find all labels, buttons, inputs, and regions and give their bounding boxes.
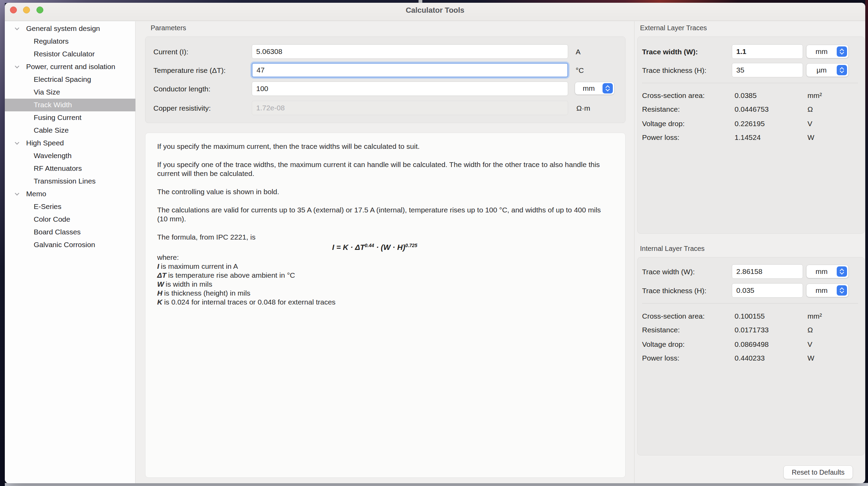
where-term-k: Kis 0.024 for internal traces or 0.048 f… bbox=[157, 298, 613, 307]
internal-voltage-drop-value: 0.0869498 bbox=[735, 340, 769, 349]
sidebar-item-resistor-calculator[interactable]: Resistor Calculator bbox=[5, 48, 135, 60]
stepper-icon[interactable] bbox=[837, 65, 847, 75]
help-paragraph: The controlling value is shown in bold. bbox=[157, 187, 613, 196]
internal-power-loss-unit: W bbox=[807, 354, 814, 362]
where-term-h: His thickness (height) in mils bbox=[157, 289, 613, 298]
internal-cross-section-unit: mm² bbox=[807, 312, 822, 320]
current-label: Current (I): bbox=[153, 48, 188, 56]
sidebar-item-transmission-lines[interactable]: Transmission Lines bbox=[5, 175, 135, 188]
internal-power-loss-value: 0.440233 bbox=[735, 354, 765, 362]
conductor-length-label: Conductor length: bbox=[153, 85, 210, 93]
stepper-icon[interactable] bbox=[603, 83, 613, 93]
copper-resistivity-input bbox=[252, 101, 568, 115]
temperature-rise-input[interactable] bbox=[252, 63, 568, 77]
conductor-length-unit-select[interactable]: mm bbox=[575, 82, 614, 95]
sidebar-item-wavelength[interactable]: Wavelength bbox=[5, 150, 135, 162]
desktop-background-right bbox=[865, 0, 868, 486]
external-trace-width-unit-select[interactable]: mm bbox=[806, 45, 848, 58]
external-cross-section-value: 0.0385 bbox=[735, 91, 757, 100]
where-term-i: Iis maximum current in A bbox=[157, 262, 613, 271]
internal-cross-section-value: 0.100155 bbox=[735, 312, 765, 320]
chevron-down-icon[interactable] bbox=[15, 26, 19, 30]
current-unit: A bbox=[576, 48, 581, 56]
external-voltage-drop-label: Voltage drop: bbox=[642, 120, 685, 128]
sidebar-item-memo[interactable]: Memo bbox=[5, 188, 135, 200]
stepper-icon[interactable] bbox=[837, 266, 847, 277]
external-voltage-drop-value: 0.226195 bbox=[735, 120, 765, 128]
current-input[interactable] bbox=[252, 44, 568, 59]
help-paragraph: If you specify the maximum current, then… bbox=[157, 142, 613, 151]
calculator-tree: General system design Regulators Resisto… bbox=[5, 21, 135, 483]
help-paragraph: If you specify one of the trace widths, … bbox=[157, 160, 613, 178]
external-power-loss-value: 1.14524 bbox=[735, 133, 761, 142]
internal-voltage-drop-label: Voltage drop: bbox=[642, 340, 685, 349]
sidebar-item-rf-attenuators[interactable]: RF Attenuators bbox=[5, 162, 135, 175]
internal-trace-thickness-unit-select[interactable]: mm bbox=[806, 284, 848, 297]
conductor-length-input[interactable] bbox=[252, 81, 568, 96]
internal-trace-width-label: Trace width (W): bbox=[642, 268, 695, 276]
internal-section-title: Internal Layer Traces bbox=[640, 245, 705, 253]
sidebar-item-track-width[interactable]: Track Width bbox=[5, 99, 135, 111]
where-term-w: Wis width in mils bbox=[157, 280, 613, 289]
stepper-icon[interactable] bbox=[837, 285, 847, 296]
chevron-down-icon[interactable] bbox=[15, 64, 19, 68]
external-trace-thickness-unit-select[interactable]: µm bbox=[806, 64, 848, 77]
chevron-down-icon[interactable] bbox=[15, 191, 19, 196]
stepper-icon[interactable] bbox=[837, 46, 847, 57]
copper-resistivity-label: Copper resistivity: bbox=[153, 104, 211, 112]
sidebar-item-via-size[interactable]: Via Size bbox=[5, 86, 135, 99]
titlebar: Calculator Tools bbox=[5, 3, 865, 21]
external-trace-width-input[interactable] bbox=[732, 44, 803, 59]
internal-trace-thickness-label: Trace thickness (H): bbox=[642, 287, 706, 295]
sidebar-item-galvanic-corrosion[interactable]: Galvanic Corrosion bbox=[5, 239, 135, 251]
panel-divider bbox=[634, 21, 634, 483]
sidebar-item-general-system-design[interactable]: General system design bbox=[5, 22, 135, 35]
sidebar-item-color-code[interactable]: Color Code bbox=[5, 213, 135, 226]
external-trace-width-label: Trace width (W): bbox=[642, 48, 698, 56]
external-power-loss-unit: W bbox=[807, 133, 814, 142]
internal-trace-width-unit-select[interactable]: mm bbox=[806, 265, 848, 278]
internal-power-loss-label: Power loss: bbox=[642, 354, 680, 362]
external-resistance-value: 0.0446753 bbox=[735, 105, 769, 113]
internal-resistance-unit: Ω bbox=[807, 326, 813, 334]
internal-resistance-value: 0.0171733 bbox=[735, 326, 769, 334]
internal-cross-section-label: Cross-section area: bbox=[642, 312, 705, 320]
external-voltage-drop-unit: V bbox=[807, 120, 812, 128]
sidebar-item-fusing-current[interactable]: Fusing Current bbox=[5, 111, 135, 124]
sidebar-item-electrical-spacing[interactable]: Electrical Spacing bbox=[5, 73, 135, 86]
temperature-rise-unit: °C bbox=[576, 66, 584, 75]
help-paragraph: The calculations are valid for currents … bbox=[157, 206, 613, 223]
external-resistance-label: Resistance: bbox=[642, 105, 680, 113]
internal-trace-thickness-input[interactable] bbox=[732, 283, 803, 298]
external-resistance-unit: Ω bbox=[807, 105, 813, 113]
external-cross-section-unit: mm² bbox=[807, 91, 822, 100]
divider bbox=[642, 83, 858, 83]
calculator-tools-window: Calculator Tools General system design R… bbox=[5, 3, 865, 483]
external-trace-thickness-label: Trace thickness (H): bbox=[642, 66, 706, 75]
divider bbox=[642, 303, 858, 303]
sidebar-item-regulators[interactable]: Regulators bbox=[5, 35, 135, 48]
external-cross-section-label: Cross-section area: bbox=[642, 91, 705, 100]
sidebar-item-e-series[interactable]: E-Series bbox=[5, 200, 135, 213]
window-title: Calculator Tools bbox=[5, 6, 865, 15]
where-term-dt: ΔTis temperature rise above ambient in °… bbox=[157, 271, 613, 280]
internal-resistance-label: Resistance: bbox=[642, 326, 680, 334]
internal-trace-width-input[interactable] bbox=[732, 264, 803, 279]
desktop-background-left bbox=[0, 0, 5, 486]
help-text-panel: If you specify the maximum current, then… bbox=[145, 133, 626, 478]
parameters-section-title: Parameters bbox=[151, 24, 186, 32]
ipc2221-formula: I = K · ΔT0.44 · (W · H)0.725 bbox=[157, 243, 592, 252]
sidebar-item-board-classes[interactable]: Board Classes bbox=[5, 226, 135, 239]
chevron-down-icon[interactable] bbox=[15, 140, 19, 145]
sidebar-item-high-speed[interactable]: High Speed bbox=[5, 137, 135, 150]
copper-resistivity-unit: Ω·m bbox=[576, 104, 590, 112]
formula-intro: The formula, from IPC 2221, is bbox=[157, 233, 613, 242]
external-trace-thickness-input[interactable] bbox=[732, 63, 803, 77]
temperature-rise-label: Temperature rise (ΔT): bbox=[153, 66, 226, 75]
sidebar-item-cable-size[interactable]: Cable Size bbox=[5, 124, 135, 137]
sidebar-item-power-current-isolation[interactable]: Power, current and isolation bbox=[5, 60, 135, 73]
reset-to-defaults-button[interactable]: Reset to Defaults bbox=[783, 465, 853, 479]
external-section-title: External Layer Traces bbox=[640, 24, 707, 32]
external-power-loss-label: Power loss: bbox=[642, 133, 680, 142]
desktop-background-bottom bbox=[5, 483, 868, 486]
